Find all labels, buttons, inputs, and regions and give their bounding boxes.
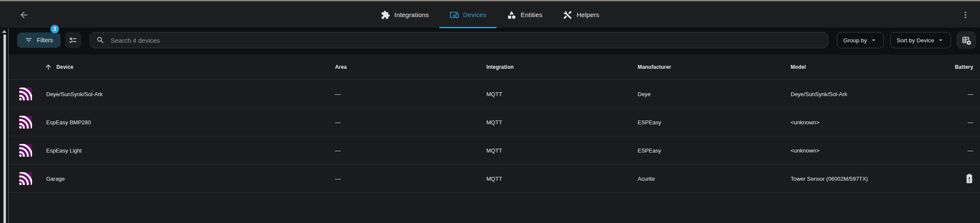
filters-badge: 2: [50, 25, 59, 33]
table-body: Deye/SunSynk/Sol-Ark — MQTT Deye Deye/Su…: [9, 80, 980, 193]
sort-by-button[interactable]: Sort by Device: [890, 32, 951, 48]
cell-manufacturer: Deye: [638, 91, 650, 97]
selection-mode-button[interactable]: [65, 32, 81, 48]
tab-devices[interactable]: Devices: [439, 1, 497, 28]
cell-area: —: [335, 91, 341, 97]
tab-label: Integrations: [394, 11, 429, 18]
cell-device-name: Deye/SunSynk/Sol-Ark: [46, 91, 103, 97]
table-cog-icon: [962, 35, 971, 45]
filter-variant-icon: [25, 36, 32, 44]
puzzle-icon: [381, 10, 390, 20]
tab-label: Devices: [463, 11, 487, 18]
cell-manufacturer: Acurite: [638, 175, 655, 182]
column-header-manufacturer[interactable]: Manufacturer: [638, 64, 671, 70]
overflow-menu-button[interactable]: [960, 10, 971, 20]
customize-columns-button[interactable]: [956, 31, 976, 49]
filters-label: Filters: [37, 37, 53, 44]
cell-integration: MQTT: [486, 147, 502, 153]
device-integration-icon: [19, 116, 32, 129]
header-bar: Integrations Devices Entities Helpers: [0, 1, 980, 28]
devices-table: Device Area Integration Manufacturer Mod…: [9, 55, 980, 223]
mqtt-icon: [19, 172, 32, 185]
group-by-button[interactable]: Group by: [837, 32, 884, 48]
tab-entities[interactable]: Entities: [497, 1, 553, 28]
cell-battery: [964, 173, 973, 184]
tab-integrations[interactable]: Integrations: [371, 1, 439, 28]
cell-device-name: EspEasy BMP280: [46, 119, 91, 125]
search-input[interactable]: [110, 36, 822, 44]
cell-model: Tower Sensor (06002M/597TX): [791, 175, 868, 182]
tools-icon: [563, 10, 572, 20]
table-row[interactable]: EspEasy Light — MQTT ESPEasy <unknown> —: [9, 136, 980, 164]
shape-icon: [507, 10, 516, 20]
mqtt-icon: [19, 88, 32, 100]
search-icon: [96, 36, 105, 44]
device-integration-icon: [19, 172, 32, 185]
cell-battery: —: [968, 147, 973, 153]
table-row[interactable]: EspEasy BMP280 — MQTT ESPEasy <unknown> …: [9, 108, 980, 136]
cell-device-name: Garage: [46, 175, 65, 182]
group-by-label: Group by: [843, 37, 867, 44]
cell-model: <unknown>: [791, 119, 819, 125]
battery-alert-icon: [964, 173, 975, 184]
chevron-down-icon: [870, 36, 877, 44]
table-header-row: Device Area Integration Manufacturer Mod…: [9, 55, 980, 80]
toolbar: Filters 2 Group by Sort by Device: [9, 28, 980, 55]
cell-battery: —: [968, 119, 973, 125]
scrollbar-up-arrow[interactable]: [2, 30, 6, 33]
cell-integration: MQTT: [486, 119, 502, 125]
mqtt-icon: [19, 116, 32, 129]
devices-page: { "colors": { "accent": "#2ba0d8", "badg…: [0, 0, 980, 223]
column-header-model[interactable]: Model: [791, 64, 806, 70]
cell-model: Deye/SunSynk/Sol-Ark: [791, 91, 847, 97]
tab-helpers[interactable]: Helpers: [553, 1, 609, 28]
sort-ascending-arrow-icon: [44, 63, 52, 71]
cell-manufacturer: ESPEasy: [638, 119, 661, 125]
tab-label: Entities: [521, 11, 542, 18]
format-list-checks-icon: [69, 36, 77, 44]
chevron-down-icon: [937, 36, 945, 44]
cell-device-name: EspEasy Light: [46, 147, 82, 153]
cell-area: —: [335, 175, 341, 182]
left-gutter: [0, 28, 9, 223]
column-header-device[interactable]: Device: [56, 64, 74, 70]
cell-manufacturer: ESPEasy: [638, 147, 661, 153]
search-field: [90, 32, 828, 48]
cell-area: —: [335, 119, 341, 125]
dots-vertical-icon: [960, 10, 971, 20]
column-header-area[interactable]: Area: [335, 64, 347, 70]
cell-model: <unknown>: [791, 147, 819, 153]
scrollbar-thumb[interactable]: [3, 35, 6, 223]
cell-integration: MQTT: [486, 91, 502, 97]
table-row[interactable]: Deye/SunSynk/Sol-Ark — MQTT Deye Deye/Su…: [9, 80, 980, 108]
tab-label: Helpers: [577, 11, 599, 18]
devices-icon: [450, 10, 459, 20]
column-header-battery[interactable]: Battery: [955, 64, 973, 70]
device-integration-icon: [19, 88, 32, 100]
device-integration-icon: [19, 144, 32, 157]
cell-battery: —: [968, 91, 973, 97]
table-row[interactable]: Garage — MQTT Acurite Tower Sensor (0600…: [9, 164, 980, 193]
cell-integration: MQTT: [486, 175, 502, 182]
filters-button[interactable]: Filters 2: [17, 32, 61, 48]
cell-area: —: [335, 147, 341, 153]
mqtt-icon: [19, 144, 32, 157]
column-header-integration[interactable]: Integration: [486, 64, 514, 70]
tab-bar: Integrations Devices Entities Helpers: [0, 1, 980, 28]
sort-by-label: Sort by Device: [897, 37, 934, 44]
